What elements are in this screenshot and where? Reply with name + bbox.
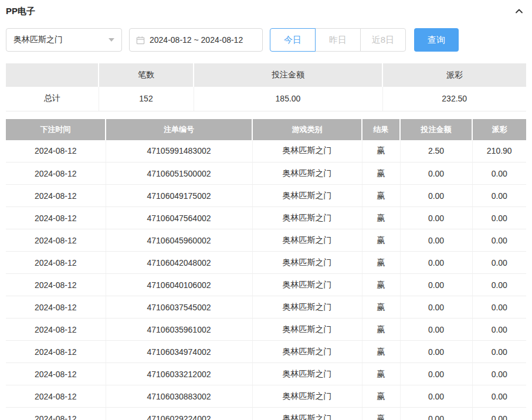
game-select[interactable]: 奥林匹斯之门 [6, 28, 122, 52]
header-payout: 派彩 [472, 119, 526, 140]
summary-header-payout: 派彩 [382, 63, 526, 87]
table-row: 2024-08-1247106051500002奥林匹斯之门赢0.000.00 [6, 162, 526, 185]
calendar-icon [136, 36, 145, 45]
bet-table-body: 2024-08-1247105991483002奥林匹斯之门赢2.50210.9… [6, 140, 526, 420]
cell-bet-time: 2024-08-12 [6, 140, 106, 162]
table-row: 2024-08-1247106045960002奥林匹斯之门赢0.000.00 [6, 229, 526, 252]
table-row: 2024-08-1247106037545002奥林匹斯之门赢0.000.00 [6, 296, 526, 319]
summary-total-payout: 232.50 [382, 87, 526, 111]
cell-game-type: 奥林匹斯之门 [252, 140, 362, 162]
cell-order-id: 47106051500002 [106, 162, 252, 185]
cell-result: 赢 [362, 341, 400, 363]
date-range-value: 2024-08-12 ~ 2024-08-12 [150, 35, 243, 45]
table-row: 2024-08-1247106040106002奥林匹斯之门赢0.000.00 [6, 274, 526, 296]
table-row: 2024-08-1247106034974002奥林匹斯之门赢0.000.00 [6, 341, 526, 363]
cell-order-id: 47106035961002 [106, 319, 252, 341]
cell-game-type: 奥林匹斯之门 [252, 385, 362, 408]
summary-total-count: 152 [99, 87, 194, 111]
cell-payout: 0.00 [472, 363, 526, 385]
cell-bet-amount: 0.00 [400, 341, 472, 363]
cell-game-type: 奥林匹斯之门 [252, 252, 362, 274]
summary-total-row: 总计 152 185.00 232.50 [6, 87, 526, 111]
today-button[interactable]: 今日 [270, 28, 316, 52]
bet-table-header-row: 下注时间 注单编号 游戏类别 结果 投注金额 派彩 [6, 119, 526, 140]
panel-header: PP电子 [6, 5, 526, 18]
cell-bet-amount: 0.00 [400, 162, 472, 185]
header-bet-amount: 投注金额 [400, 119, 472, 140]
last-8-days-button[interactable]: 近8日 [360, 28, 406, 52]
cell-payout: 0.00 [472, 296, 526, 319]
cell-order-id: 47106042048002 [106, 252, 252, 274]
cell-bet-amount: 0.00 [400, 207, 472, 229]
collapse-chevron-up-icon[interactable] [514, 6, 526, 16]
table-row: 2024-08-1247106033212002奥林匹斯之门赢0.000.00 [6, 363, 526, 385]
cell-result: 赢 [362, 274, 400, 296]
cell-payout: 0.00 [472, 319, 526, 341]
table-row: 2024-08-1247106029224002奥林匹斯之门赢0.000.00 [6, 408, 526, 420]
query-button[interactable]: 查询 [414, 28, 459, 52]
yesterday-button[interactable]: 昨日 [315, 28, 361, 52]
summary-table: 笔数 投注金额 派彩 总计 152 185.00 232.50 [6, 63, 526, 111]
cell-order-id: 47106045960002 [106, 229, 252, 252]
cell-bet-amount: 0.00 [400, 252, 472, 274]
cell-bet-amount: 0.00 [400, 274, 472, 296]
cell-result: 赢 [362, 252, 400, 274]
summary-header-blank [6, 63, 99, 87]
cell-bet-amount: 0.00 [400, 229, 472, 252]
cell-bet-amount: 0.00 [400, 319, 472, 341]
cell-bet-time: 2024-08-12 [6, 341, 106, 363]
cell-payout: 210.90 [472, 140, 526, 162]
header-game-type: 游戏类别 [252, 119, 362, 140]
cell-bet-time: 2024-08-12 [6, 207, 106, 229]
cell-payout: 0.00 [472, 252, 526, 274]
cell-payout: 0.00 [472, 207, 526, 229]
cell-game-type: 奥林匹斯之门 [252, 162, 362, 185]
cell-bet-time: 2024-08-12 [6, 363, 106, 385]
caret-down-icon [109, 38, 114, 42]
cell-order-id: 47105991483002 [106, 140, 252, 162]
cell-bet-time: 2024-08-12 [6, 319, 106, 341]
cell-order-id: 47106033212002 [106, 363, 252, 385]
date-range-picker[interactable]: 2024-08-12 ~ 2024-08-12 [129, 28, 263, 52]
quick-range-button-group: 今日 昨日 近8日 [270, 28, 406, 52]
summary-total-label: 总计 [6, 87, 99, 111]
cell-bet-time: 2024-08-12 [6, 274, 106, 296]
cell-game-type: 奥林匹斯之门 [252, 229, 362, 252]
cell-payout: 0.00 [472, 185, 526, 207]
cell-game-type: 奥林匹斯之门 [252, 274, 362, 296]
cell-game-type: 奥林匹斯之门 [252, 185, 362, 207]
cell-game-type: 奥林匹斯之门 [252, 296, 362, 319]
game-select-value: 奥林匹斯之门 [13, 35, 63, 45]
header-order-id: 注单编号 [106, 119, 252, 140]
cell-result: 赢 [362, 408, 400, 420]
cell-bet-time: 2024-08-12 [6, 162, 106, 185]
cell-bet-amount: 0.00 [400, 385, 472, 408]
cell-game-type: 奥林匹斯之门 [252, 408, 362, 420]
table-row: 2024-08-1247106030883002奥林匹斯之门赢0.000.00 [6, 385, 526, 408]
bet-records-table: 下注时间 注单编号 游戏类别 结果 投注金额 派彩 2024-08-124710… [6, 119, 526, 420]
summary-header-row: 笔数 投注金额 派彩 [6, 63, 526, 87]
cell-bet-time: 2024-08-12 [6, 296, 106, 319]
filter-row: 奥林匹斯之门 2024-08-12 ~ 2024-08-12 今日 昨日 近8日… [6, 28, 526, 52]
summary-header-count: 笔数 [99, 63, 194, 87]
cell-result: 赢 [362, 207, 400, 229]
cell-order-id: 47106037545002 [106, 296, 252, 319]
cell-order-id: 47106040106002 [106, 274, 252, 296]
cell-order-id: 47106047564002 [106, 207, 252, 229]
cell-payout: 0.00 [472, 274, 526, 296]
cell-result: 赢 [362, 229, 400, 252]
table-row: 2024-08-1247106042048002奥林匹斯之门赢0.000.00 [6, 252, 526, 274]
cell-result: 赢 [362, 185, 400, 207]
cell-bet-time: 2024-08-12 [6, 385, 106, 408]
cell-bet-time: 2024-08-12 [6, 408, 106, 420]
cell-payout: 0.00 [472, 385, 526, 408]
cell-result: 赢 [362, 296, 400, 319]
cell-bet-amount: 0.00 [400, 363, 472, 385]
cell-bet-time: 2024-08-12 [6, 252, 106, 274]
cell-result: 赢 [362, 162, 400, 185]
table-row: 2024-08-1247106047564002奥林匹斯之门赢0.000.00 [6, 207, 526, 229]
cell-payout: 0.00 [472, 229, 526, 252]
header-result: 结果 [362, 119, 400, 140]
table-row: 2024-08-1247106049175002奥林匹斯之门赢0.000.00 [6, 185, 526, 207]
cell-result: 赢 [362, 385, 400, 408]
